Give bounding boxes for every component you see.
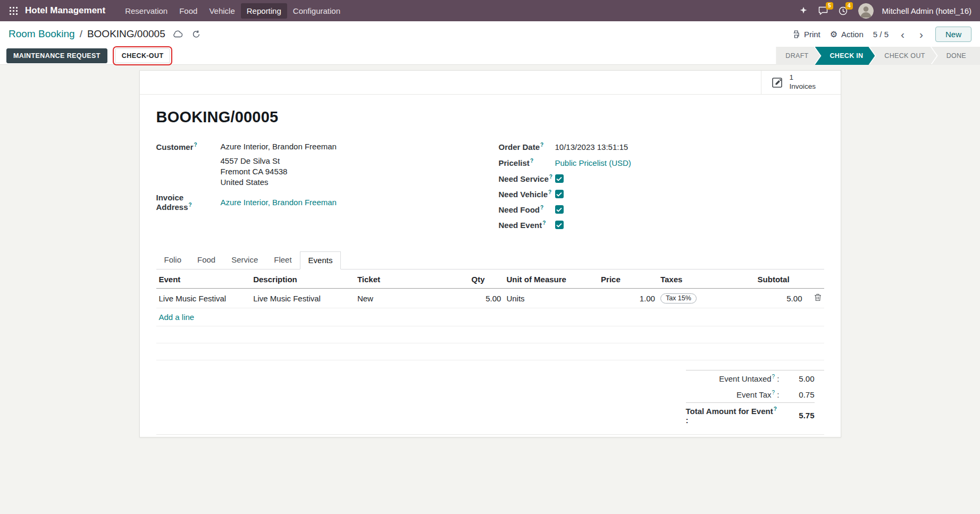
pricelist-link[interactable]: Public Pricelist (USD) [555, 158, 631, 167]
column-header-price[interactable]: Price [598, 269, 658, 289]
column-header-qty[interactable]: Qty [468, 269, 504, 289]
tab-folio[interactable]: Folio [156, 251, 190, 269]
need-food-checkbox[interactable] [555, 205, 564, 214]
activities-clock-icon[interactable]: 4 [835, 4, 851, 18]
breadcrumb: Room Booking / BOOKING/00005 [9, 28, 203, 40]
sheet-body: BOOKING/00005 Customer? Azure Interior, … [140, 108, 841, 435]
pager-counter: 5 / 5 [873, 30, 889, 39]
messages-icon[interactable]: 5 [815, 4, 831, 17]
notebook-tabs: Folio Food Service Fleet Events [156, 251, 824, 269]
print-button[interactable]: Print [792, 30, 820, 39]
help-marker: ? [772, 390, 775, 395]
column-header-description[interactable]: Description [250, 269, 355, 289]
check-icon [556, 207, 562, 212]
star-icon[interactable] [796, 4, 811, 17]
table-row[interactable]: Live Music Festival Live Music Festival … [156, 289, 824, 308]
nav-menu-vehicle[interactable]: Vehicle [203, 3, 240, 19]
breadcrumb-separator: / [80, 28, 82, 40]
help-marker: ? [542, 220, 546, 226]
invoices-label: Invoices [790, 82, 816, 91]
help-marker: ? [772, 374, 775, 380]
top-navbar: Hotel Management Reservation Food Vehicl… [0, 0, 980, 21]
total-row-tax: Event Tax? : 0.75 [686, 386, 815, 402]
help-marker: ? [549, 174, 552, 180]
cell-ticket[interactable]: New [355, 289, 469, 308]
gear-icon: ⚙ [830, 29, 837, 39]
column-header-actions [805, 269, 824, 289]
invoices-stat-button[interactable]: 1 Invoices [761, 71, 841, 94]
cell-subtotal: 5.00 [755, 289, 805, 308]
pricelist-label: Pricelist? [499, 158, 555, 167]
user-avatar[interactable] [858, 3, 874, 19]
column-header-taxes[interactable]: Taxes [658, 269, 755, 289]
invoices-count: 1 [790, 73, 816, 82]
column-header-subtotal[interactable]: Subtotal [755, 269, 805, 289]
cell-event[interactable]: Live Music Festival [156, 289, 251, 308]
pager-next-icon[interactable]: › [917, 29, 926, 40]
nav-menu-reporting[interactable]: Reporting [241, 3, 287, 19]
total-row-untaxed: Event Untaxed? : 5.00 [686, 370, 815, 386]
cell-qty[interactable]: 5.00 [468, 289, 504, 308]
column-header-uom[interactable]: Unit of Measure [504, 269, 598, 289]
add-a-line-link[interactable]: Add a line [159, 313, 195, 322]
user-menu[interactable]: Mitchell Admin (hotel_16) [882, 6, 971, 15]
pager-previous-icon[interactable]: ‹ [898, 29, 907, 40]
total-row-grand: Total Amount for Event? : 5.75 [686, 402, 815, 428]
action-button[interactable]: ⚙ Action [830, 29, 864, 39]
nav-menu-reservation[interactable]: Reservation [119, 3, 173, 19]
customer-address: 4557 De Silva St Fremont CA 94538 United… [221, 156, 499, 188]
delete-row-icon[interactable] [814, 294, 822, 303]
customer-value[interactable]: Azure Interior, Brandon Freeman [221, 142, 337, 151]
app-title[interactable]: Hotel Management [25, 5, 105, 16]
tax-amount: 0.75 [787, 390, 815, 399]
tab-events[interactable]: Events [300, 251, 341, 269]
printer-icon [792, 30, 800, 38]
nav-menu-food[interactable]: Food [173, 3, 203, 19]
cell-price[interactable]: 1.00 [598, 289, 658, 308]
state-done[interactable]: DONE [932, 47, 980, 65]
event-totals: Event Untaxed? : 5.00 Event Tax? : 0.75 … [686, 370, 824, 428]
help-marker: ? [774, 406, 777, 412]
control-panel: Room Booking / BOOKING/00005 Print ⚙ Act… [0, 21, 980, 47]
state-check-in[interactable]: CHECK IN [815, 47, 875, 65]
discard-undo-icon[interactable] [190, 29, 203, 39]
invoice-address-link[interactable]: Azure Interior, Brandon Freeman [221, 198, 337, 207]
empty-row [156, 326, 824, 343]
cell-uom[interactable]: Units [504, 289, 598, 308]
need-event-label: Need Event? [499, 220, 555, 230]
need-event-checkbox[interactable] [555, 221, 564, 229]
tab-fleet[interactable]: Fleet [266, 251, 299, 269]
tab-service[interactable]: Service [223, 251, 266, 269]
need-service-checkbox[interactable] [555, 174, 564, 183]
nav-menu-configuration[interactable]: Configuration [287, 3, 346, 19]
untaxed-amount: 5.00 [787, 374, 815, 383]
new-button[interactable]: New [935, 27, 971, 42]
invoice-address-label: Invoice Address? [156, 193, 221, 212]
totals-separator [156, 434, 824, 435]
need-vehicle-checkbox[interactable] [555, 190, 564, 198]
address-line: Fremont CA 94538 [221, 166, 499, 177]
grand-total-amount: 5.75 [787, 411, 815, 420]
check-out-button[interactable]: CHECK-OUT [115, 48, 171, 63]
state-draft[interactable]: DRAFT [776, 47, 820, 65]
control-panel-actions: Print ⚙ Action 5 / 5 ‹ › New [792, 27, 971, 42]
breadcrumb-parent-link[interactable]: Room Booking [9, 28, 75, 40]
check-icon [556, 176, 562, 181]
cell-description[interactable]: Live Music Festival [250, 289, 355, 308]
column-header-ticket[interactable]: Ticket [355, 269, 469, 289]
messages-badge: 5 [826, 2, 833, 10]
empty-row [156, 343, 824, 360]
form-view: 1 Invoices BOOKING/00005 Customer? Azure… [0, 65, 980, 514]
order-date-value[interactable]: 10/13/2023 13:51:15 [555, 142, 629, 151]
field-group: Customer? Azure Interior, Brandon Freema… [156, 142, 824, 244]
tax-tag[interactable]: Tax 15% [660, 293, 697, 304]
state-check-out[interactable]: CHECK OUT [869, 47, 936, 65]
field-column-right: Order Date? 10/13/2023 13:51:15 Pricelis… [499, 142, 824, 244]
column-header-event[interactable]: Event [156, 269, 251, 289]
maintenance-request-button[interactable]: MAINTENANCE REQUEST [6, 48, 107, 63]
apps-grid-icon[interactable] [6, 4, 21, 18]
save-cloud-icon[interactable] [170, 29, 185, 39]
systray: 5 4 Mitchell Admin (hotel_16) [796, 3, 974, 19]
help-marker: ? [540, 142, 543, 148]
tab-food[interactable]: Food [189, 251, 223, 269]
